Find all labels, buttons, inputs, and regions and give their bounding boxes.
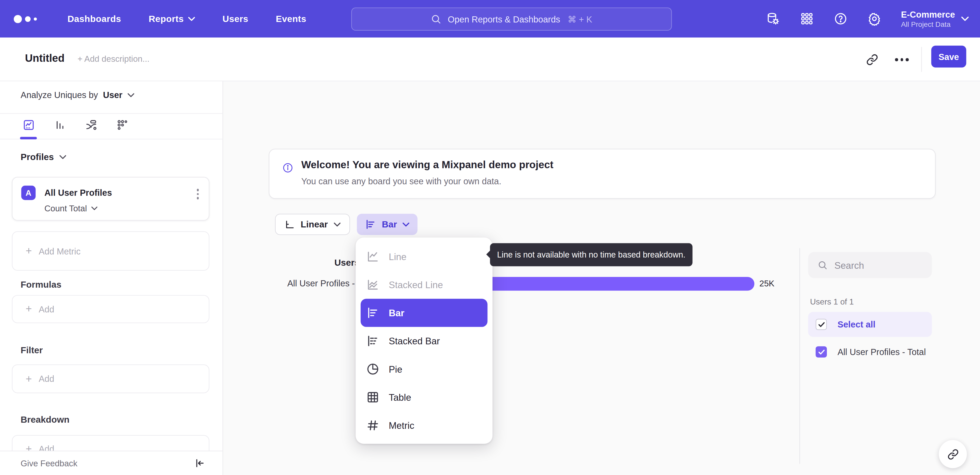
metric-name: All User Profiles — [45, 188, 112, 198]
info-icon — [283, 163, 293, 173]
mixpanel-insights-report: Dashboards Reports Users Events Open Rep… — [0, 0, 980, 475]
scale-label: Linear — [301, 220, 328, 230]
check-icon — [818, 322, 824, 327]
add-filter-button[interactable]: + Add — [12, 365, 210, 393]
metric-badge: A — [21, 186, 35, 200]
banner-subtitle: You can use any board you see with your … — [301, 176, 501, 186]
aggregation-dropdown[interactable]: Count Total — [45, 204, 97, 213]
banner-title: Welcome! You are viewing a Mixpanel demo… — [301, 159, 553, 171]
pie-chart-icon — [366, 362, 379, 375]
share-link-fab[interactable] — [939, 440, 967, 468]
search-placeholder: Search — [834, 260, 864, 271]
legend-item-row[interactable]: All User Profiles - Total — [808, 341, 939, 363]
report-header: Untitled + Add description... Save — [0, 38, 980, 81]
chart-bar-value: 25K — [759, 279, 775, 288]
analyze-label: Analyze Uniques by — [21, 90, 98, 100]
add-metric-button[interactable]: + Add Metric — [12, 231, 210, 271]
stacked-line-chart-icon — [366, 278, 379, 291]
save-button[interactable]: Save — [931, 46, 966, 68]
report-type-tabs — [0, 114, 223, 139]
help-icon[interactable] — [834, 12, 847, 26]
tab-funnels-icon[interactable] — [54, 119, 66, 131]
metric-card-all-user-profiles[interactable]: A All User Profiles Count Total — [12, 177, 210, 220]
chevron-down-icon[interactable] — [127, 93, 134, 97]
chart-type-label: Bar — [382, 220, 397, 230]
plus-icon: + — [25, 373, 32, 384]
check-icon — [818, 349, 824, 355]
add-description-button[interactable]: + Add description... — [78, 54, 150, 64]
divider — [799, 248, 800, 464]
select-all-checkbox[interactable] — [816, 319, 827, 330]
more-options-button[interactable] — [895, 58, 908, 61]
analyze-value-dropdown[interactable]: User — [103, 90, 122, 100]
nav-label: Events — [276, 14, 306, 24]
menu-item-table[interactable]: Table — [355, 383, 492, 411]
project-scope: All Project Data — [901, 20, 955, 28]
collapse-sidebar-icon[interactable] — [194, 457, 205, 469]
tab-retention-icon[interactable] — [116, 119, 129, 131]
menu-item-stacked-line: Stacked Line — [355, 271, 492, 299]
query-builder-sidebar: Analyze Uniques by User Profiles — [0, 81, 223, 475]
chevron-down-icon — [403, 222, 410, 226]
nav-item-events[interactable]: Events — [276, 14, 306, 24]
give-feedback-link[interactable]: Give Feedback — [21, 459, 77, 469]
tab-flows-icon[interactable] — [85, 119, 97, 131]
menu-item-line: Line — [355, 242, 492, 271]
project-name: E-Commerce — [901, 9, 955, 20]
menu-item-pie[interactable]: Pie — [355, 355, 492, 383]
nav-item-users[interactable]: Users — [223, 14, 248, 24]
report-title[interactable]: Untitled — [25, 53, 65, 65]
metric-kebab-menu[interactable] — [195, 188, 200, 200]
chevron-down-icon — [188, 17, 195, 21]
mixpanel-logo-icon[interactable] — [14, 15, 43, 23]
chart-type-dropdown-menu: Line Stacked Line Bar Stacked Bar Pie Ta… — [355, 238, 492, 444]
plus-icon: + — [25, 304, 32, 314]
search-icon — [431, 14, 442, 24]
menu-item-bar[interactable]: Bar — [361, 299, 487, 327]
chevron-down-icon — [334, 222, 340, 226]
chevron-down-icon — [59, 155, 66, 159]
nav-label: Reports — [148, 14, 184, 24]
menu-item-metric[interactable]: Metric — [355, 411, 492, 439]
scale-selector-button[interactable]: Linear — [275, 214, 350, 235]
breakdown-section-label: Breakdown — [21, 414, 69, 424]
settings-gear-icon[interactable] — [867, 12, 881, 26]
axis-icon — [284, 219, 295, 230]
apps-grid-icon[interactable] — [800, 12, 814, 26]
profiles-section-toggle[interactable]: Profiles — [21, 152, 66, 162]
hash-icon — [366, 419, 379, 432]
select-all-label: Select all — [838, 319, 876, 329]
chart-type-button[interactable]: Bar — [357, 214, 417, 235]
copy-link-icon[interactable] — [866, 54, 878, 66]
tooltip-text: Line is not available with no time based… — [497, 250, 686, 260]
search-icon — [818, 260, 827, 270]
nav-item-reports[interactable]: Reports — [148, 14, 195, 24]
add-label: Add — [39, 374, 54, 384]
menu-item-label: Metric — [389, 420, 414, 431]
menu-item-label: Bar — [389, 308, 404, 318]
nav-item-dashboards[interactable]: Dashboards — [67, 14, 121, 24]
nav-menu: Dashboards Reports Users Events — [67, 14, 306, 24]
series-checkbox[interactable] — [816, 346, 827, 358]
horizontal-bar-chart-icon — [366, 306, 379, 319]
horizontal-bar-chart-icon — [365, 219, 376, 230]
tab-insights-icon[interactable] — [22, 119, 35, 131]
divider — [921, 47, 922, 72]
legend-search-input[interactable]: Search — [808, 252, 932, 278]
global-search-button[interactable]: Open Reports & Dashboards ⌘ + K — [351, 7, 672, 30]
add-metric-label: Add Metric — [39, 246, 81, 256]
nav-label: Users — [223, 14, 248, 24]
filter-section-label: Filter — [21, 345, 43, 355]
plus-icon: + — [25, 245, 32, 256]
add-formula-button[interactable]: + Add — [12, 295, 210, 323]
chevron-down-icon — [91, 206, 97, 210]
table-icon — [366, 391, 379, 404]
chart-row-label: All User Profiles - T — [253, 278, 363, 288]
project-selector[interactable]: E-Commerce All Project Data — [901, 9, 969, 29]
data-management-icon[interactable] — [766, 12, 780, 26]
search-placeholder: Open Reports & Dashboards — [448, 14, 560, 24]
select-all-row[interactable]: Select all — [808, 312, 932, 337]
search-shortcut: ⌘ + K — [568, 14, 592, 24]
menu-item-stacked-bar[interactable]: Stacked Bar — [355, 327, 492, 355]
sidebar-footer: Give Feedback — [0, 451, 223, 475]
